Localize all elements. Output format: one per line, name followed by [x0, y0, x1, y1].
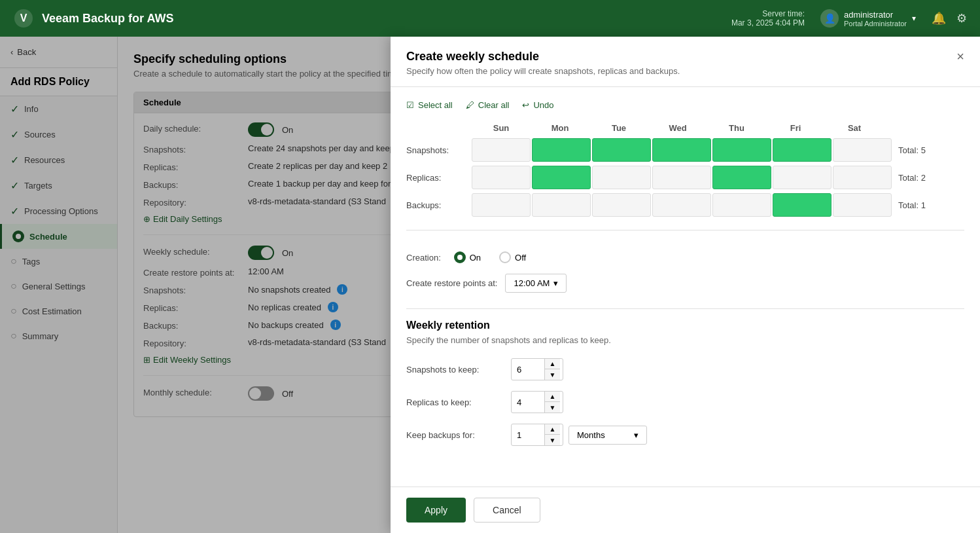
restore-time-select[interactable]: 12:00 AM ▾ [505, 274, 567, 293]
select-all-icon: ☑ [406, 100, 414, 110]
cal-cell-bak-sun[interactable] [472, 193, 531, 217]
backups-keep-input[interactable]: ▲ ▼ [511, 424, 563, 446]
cal-cell-rep-sun[interactable] [472, 166, 531, 189]
app-title: Veeam Backup for AWS [42, 12, 173, 26]
calendar-grid: Sun Mon Tue Wed Thu Fri Sat Snapshots: [406, 123, 964, 217]
apply-button[interactable]: Apply [406, 498, 466, 523]
snapshots-spinners: ▲ ▼ [544, 359, 560, 380]
modal-body: ☑ Select all 🖊 Clear all ↩ Undo Sun Mon [391, 87, 980, 487]
replicas-keep-input[interactable]: ▲ ▼ [511, 391, 563, 413]
replicas-keep-row: Replicas to keep: ▲ ▼ [406, 391, 964, 413]
undo-button[interactable]: ↩ Undo [522, 100, 553, 110]
cal-cell-rep-sat[interactable] [833, 166, 892, 189]
cal-cell-snap-wed[interactable] [652, 138, 711, 162]
backups-keep-field[interactable] [512, 426, 544, 444]
day-tue: Tue [589, 123, 648, 133]
topbar-left: V Veeam Backup for AWS [13, 8, 173, 29]
topbar-right: Server time: Mar 3, 2025 4:04 PM 👤 admin… [731, 9, 967, 28]
user-menu[interactable]: 👤 administrator Portal Administrator ▾ [820, 9, 916, 28]
divider-2 [406, 308, 964, 309]
modal-title: Create weekly schedule [406, 50, 680, 64]
restore-points-row: Create restore points at: 12:00 AM ▾ [406, 274, 964, 293]
app-logo: V [13, 8, 34, 29]
topbar: V Veeam Backup for AWS Server time: Mar … [0, 0, 980, 37]
day-wed: Wed [648, 123, 707, 133]
snapshots-down-button[interactable]: ▼ [544, 369, 560, 380]
snapshots-keep-field[interactable] [512, 361, 544, 378]
snapshots-keep-input[interactable]: ▲ ▼ [511, 358, 563, 380]
cal-cell-snap-tue[interactable] [592, 138, 651, 162]
notifications-icon[interactable]: 🔔 [932, 11, 946, 26]
replicas-up-button[interactable]: ▲ [544, 392, 560, 402]
creation-row: Creation: On Off [406, 241, 964, 263]
duration-unit-select[interactable]: Months ▾ [569, 426, 647, 445]
main-layout: ‹ Back Add RDS Policy ✓ Info ✓ Sources ✓… [0, 37, 980, 533]
settings-icon[interactable]: ⚙ [956, 11, 967, 26]
server-time: Server time: Mar 3, 2025 4:04 PM [731, 9, 805, 28]
cal-cell-snap-mon[interactable] [532, 138, 591, 162]
cal-cell-snap-fri[interactable] [773, 138, 831, 162]
replicas-spinners: ▲ ▼ [544, 392, 560, 413]
divider-1 [406, 230, 964, 230]
replicas-down-button[interactable]: ▼ [544, 402, 560, 413]
cal-cell-bak-thu[interactable] [712, 193, 771, 217]
modal-close-button[interactable]: × [956, 50, 964, 63]
replicas-keep-field[interactable] [512, 394, 544, 411]
day-sat: Sat [825, 123, 884, 133]
creation-on-radio[interactable] [454, 251, 466, 263]
clear-all-button[interactable]: 🖊 Clear all [466, 100, 510, 110]
day-mon: Mon [531, 123, 589, 133]
duration-row: ▲ ▼ Months ▾ [511, 424, 647, 446]
clear-all-icon: 🖊 [466, 100, 474, 110]
cal-cell-bak-wed[interactable] [652, 193, 711, 217]
creation-on-option[interactable]: On [454, 251, 481, 263]
backups-cal-row: Backups: Total: 1 [406, 193, 964, 217]
snapshots-keep-row: Snapshots to keep: ▲ ▼ [406, 358, 964, 380]
cal-cell-rep-fri[interactable] [773, 166, 831, 189]
replicas-cal-row: Replicas: Total: 2 [406, 166, 964, 189]
backups-down-button[interactable]: ▼ [544, 435, 560, 445]
cal-cell-rep-wed[interactable] [652, 166, 711, 189]
snapshots-total: Total: 5 [893, 145, 945, 155]
cal-cell-rep-mon[interactable] [532, 166, 591, 189]
calendar-header: Sun Mon Tue Wed Thu Fri Sat [406, 123, 964, 133]
cancel-button[interactable]: Cancel [474, 498, 540, 523]
creation-off-option[interactable]: Off [499, 251, 526, 263]
cal-cell-rep-thu[interactable] [712, 166, 771, 189]
cal-cell-bak-fri[interactable] [773, 193, 831, 217]
months-chevron-icon: ▾ [634, 430, 639, 440]
user-chevron-icon: ▾ [912, 14, 916, 23]
creation-off-radio[interactable] [499, 251, 511, 263]
user-details: administrator Portal Administrator [844, 10, 907, 28]
undo-icon: ↩ [522, 100, 529, 110]
day-sun: Sun [472, 123, 531, 133]
cal-cell-bak-mon[interactable] [532, 193, 591, 217]
backups-keep-row: Keep backups for: ▲ ▼ Months ▾ [406, 424, 964, 446]
backups-up-button[interactable]: ▲ [544, 424, 560, 435]
user-avatar: 👤 [820, 9, 839, 28]
backups-total: Total: 1 [893, 200, 945, 210]
select-all-button[interactable]: ☑ Select all [406, 100, 453, 110]
svg-text:V: V [20, 12, 27, 24]
day-fri: Fri [766, 123, 825, 133]
modal-toolbar: ☑ Select all 🖊 Clear all ↩ Undo [406, 100, 964, 110]
day-thu: Thu [707, 123, 766, 133]
cal-cell-rep-tue[interactable] [592, 166, 651, 189]
retention-subtitle: Specify the number of snapshots and repl… [406, 335, 964, 345]
cal-cell-bak-tue[interactable] [592, 193, 651, 217]
create-weekly-schedule-modal: Create weekly schedule Specify how often… [391, 37, 980, 533]
replicas-total: Total: 2 [893, 173, 945, 183]
cal-cell-bak-sat[interactable] [833, 193, 892, 217]
time-chevron-icon: ▾ [553, 278, 558, 288]
cal-cell-snap-sun[interactable] [472, 138, 531, 162]
topbar-action-icons: 🔔 ⚙ [932, 11, 967, 26]
modal-footer: Apply Cancel [391, 487, 980, 533]
retention-section: Weekly retention Specify the number of s… [406, 320, 964, 446]
modal-header: Create weekly schedule Specify how often… [391, 37, 980, 87]
modal-subtitle: Specify how often the policy will create… [406, 66, 680, 76]
snapshots-cal-row: Snapshots: Total: 5 [406, 138, 964, 162]
cal-cell-snap-thu[interactable] [712, 138, 771, 162]
cal-cell-snap-sat[interactable] [833, 138, 892, 162]
snapshots-up-button[interactable]: ▲ [544, 359, 560, 369]
retention-title: Weekly retention [406, 320, 964, 331]
